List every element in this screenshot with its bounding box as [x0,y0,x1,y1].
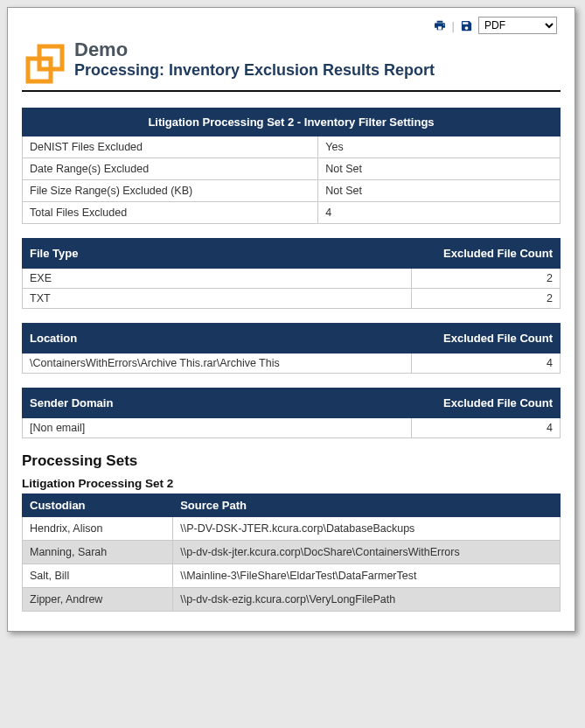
settings-value: Not Set [318,180,561,202]
settings-label: Total Files Excluded [23,202,318,224]
file-type-name: TXT [23,289,412,309]
toolbar-divider: | [452,19,455,32]
custodian-cell: Manning, Sarah [23,541,173,564]
file-type-table: File Type Excluded File Count EXE 2 TXT … [22,238,561,309]
location-table: Location Excluded File Count \Containers… [22,323,561,374]
table-row: Hendrix, Alison \\P-DV-DSK-JTER.kcura.co… [23,517,561,541]
settings-label: File Size Range(s) Excluded (KB) [23,180,318,202]
custodian-cell: Hendrix, Alison [23,517,173,541]
settings-caption: Litigation Processing Set 2 - Inventory … [23,108,561,136]
table-row: Zipper, Andrew \\p-dv-dsk-ezig.kcura.cor… [23,588,561,612]
table-row: \ContainersWithErrors\Archive This.rar\A… [23,354,561,374]
col-sender-domain: Sender Domain [23,388,412,418]
settings-row: File Size Range(s) Excluded (KB) Not Set [23,180,561,202]
logo-icon [22,39,66,85]
settings-value: Not Set [318,158,561,180]
location-name: \ContainersWithErrors\Archive This.rar\A… [23,354,412,374]
settings-row: Date Range(s) Excluded Not Set [23,158,561,180]
processing-sets-title: Processing Sets [22,452,561,470]
custodian-cell: Salt, Bill [23,564,173,588]
file-type-count: 2 [412,269,561,289]
settings-row: Total Files Excluded 4 [23,202,561,224]
settings-label: DeNIST Files Excluded [23,136,318,158]
file-type-count: 2 [412,289,561,309]
col-file-type: File Type [23,239,412,269]
sender-domain-name: [Non email] [23,418,412,438]
settings-label: Date Range(s) Excluded [23,158,318,180]
table-row: EXE 2 [23,269,561,289]
source-path-cell: \\p-dv-dsk-jter.kcura.corp\DocShare\Cont… [173,541,561,564]
save-icon[interactable] [460,19,473,32]
table-row: Manning, Sarah \\p-dv-dsk-jter.kcura.cor… [23,541,561,564]
processing-set-table: Custodian Source Path Hendrix, Alison \\… [22,494,561,612]
report-header: Demo Processing: Inventory Exclusion Res… [22,39,561,92]
sender-domain-table: Sender Domain Excluded File Count [Non e… [22,388,561,438]
source-path-cell: \\P-DV-DSK-JTER.kcura.corp\DatabaseBacku… [173,517,561,541]
table-row: Salt, Bill \\Mainline-3\FileShare\EldarT… [23,564,561,588]
col-custodian: Custodian [23,494,173,517]
custodian-cell: Zipper, Andrew [23,588,173,612]
col-location: Location [23,324,412,354]
location-count: 4 [412,354,561,374]
print-icon[interactable] [433,18,447,32]
report-title: Processing: Inventory Exclusion Results … [74,60,561,80]
col-excluded-count: Excluded File Count [412,388,561,418]
table-row: TXT 2 [23,289,561,309]
settings-row: DeNIST Files Excluded Yes [23,136,561,158]
settings-value: Yes [318,136,561,158]
sender-domain-count: 4 [412,418,561,438]
report-page: | PDF Demo Processing: Inventory Exclusi… [7,7,575,632]
source-path-cell: \\p-dv-dsk-ezig.kcura.corp\VeryLongFileP… [173,588,561,612]
col-excluded-count: Excluded File Count [412,324,561,354]
export-format-select[interactable]: PDF [478,17,557,34]
settings-table: Litigation Processing Set 2 - Inventory … [22,108,561,224]
settings-value: 4 [318,202,561,224]
file-type-name: EXE [23,269,412,289]
table-row: [Non email] 4 [23,418,561,438]
col-excluded-count: Excluded File Count [412,239,561,269]
source-path-cell: \\Mainline-3\FileShare\EldarTest\DataFar… [173,564,561,588]
toolbar: | PDF [22,15,561,39]
col-source-path: Source Path [173,494,561,517]
app-name: Demo [74,39,561,60]
processing-set-name: Litigation Processing Set 2 [22,477,561,490]
